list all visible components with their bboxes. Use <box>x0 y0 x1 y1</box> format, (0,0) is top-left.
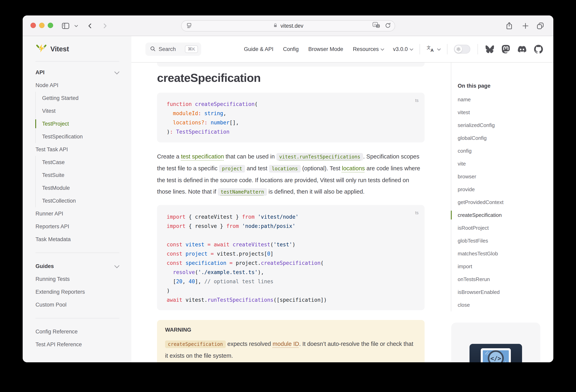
inline-code[interactable]: testNamePattern <box>218 188 267 196</box>
sidebar-toggle-icon[interactable] <box>61 15 70 36</box>
outline-item[interactable]: matchesTestGlob <box>458 247 553 260</box>
warning-callout: WARNING createSpecification expects reso… <box>157 320 425 362</box>
sidebar-item[interactable]: Reporters API <box>35 220 119 233</box>
warning-title: WARNING <box>165 327 417 333</box>
outline-item[interactable]: onTestsRerun <box>458 273 553 286</box>
search-shortcut: ⌘K <box>185 45 198 53</box>
outline-item[interactable]: browser <box>458 170 553 183</box>
sidebar-item[interactable]: TestCollection <box>42 194 119 207</box>
text-run: and test <box>245 165 269 172</box>
outline-item[interactable]: getProvidedContext <box>458 196 553 209</box>
sidebar-nav: APINode APIGetting StartedVitestTestProj… <box>35 61 119 351</box>
sidebar-section-header[interactable]: API <box>35 66 119 79</box>
code-line: resolve('./example.test.ts'), <box>167 268 415 277</box>
text-link[interactable]: module ID <box>273 341 299 347</box>
outline-item[interactable]: isBrowserEnabled <box>458 286 553 299</box>
code-line <box>167 231 415 240</box>
nav-link-config[interactable]: Config <box>283 46 299 52</box>
sidebar-item[interactable]: Extending Reporters <box>35 285 119 298</box>
previous-code-block-edge <box>157 62 425 67</box>
outline-item[interactable]: name <box>458 93 553 106</box>
new-tab-icon[interactable] <box>522 15 529 36</box>
svg-text:</>: </> <box>490 355 501 362</box>
code-line: await vitest.runTestSpecifications([spec… <box>167 295 415 304</box>
bluesky-icon[interactable] <box>485 45 494 53</box>
outline-item[interactable]: globalConfig <box>458 132 553 145</box>
outline-item[interactable]: isRootProject <box>458 221 553 234</box>
inline-code[interactable]: project <box>219 165 245 173</box>
sidebar-item[interactable]: Test Task API <box>35 143 119 156</box>
sidebar-item[interactable]: TestSuite <box>42 169 119 181</box>
outline-item[interactable]: close <box>458 299 553 311</box>
inline-code[interactable]: createSpecification <box>165 340 226 348</box>
sidebar-section-header[interactable]: Guides <box>35 260 119 273</box>
theme-toggle[interactable] <box>454 45 470 54</box>
outline-item[interactable]: globTestFiles <box>458 234 553 247</box>
code-line: import { resolve } from 'node:path/posix… <box>167 221 415 231</box>
sidebar-item[interactable]: Node API <box>35 79 119 92</box>
minimize-button[interactable] <box>39 23 45 28</box>
sidebar-nested-group: Getting StartedVitestTestProjectTestSpec… <box>35 92 119 143</box>
sidebar-divider <box>35 318 119 318</box>
outline-item[interactable]: vite <box>458 157 553 170</box>
sidebar-item[interactable]: Runner API <box>35 207 119 220</box>
nav-link-guide[interactable]: Guide & API <box>244 46 273 52</box>
inline-code[interactable]: locations <box>269 165 301 173</box>
translate-icon: 文 A <box>426 45 435 54</box>
mastodon-icon[interactable] <box>502 45 510 53</box>
share-icon[interactable] <box>505 15 513 36</box>
inline-code[interactable]: vitest.runTestSpecifications <box>276 153 363 161</box>
tab-overview-icon[interactable] <box>536 15 545 36</box>
outline-item[interactable]: import <box>458 260 553 273</box>
svg-text:文: 文 <box>427 45 431 50</box>
code-lang-badge: ts <box>415 96 419 105</box>
language-menu[interactable]: 文 A <box>426 45 440 54</box>
github-icon[interactable] <box>534 45 543 54</box>
sidebar-item[interactable]: TestProject <box>42 117 119 130</box>
sponsor-card[interactable]: </> <box>451 323 540 362</box>
outline-item[interactable]: config <box>458 145 553 157</box>
outline-item[interactable]: vitest <box>458 106 553 119</box>
document: createSpecification ts function createSp… <box>157 62 425 362</box>
forward-icon[interactable] <box>101 15 108 36</box>
sidebar-item[interactable]: Running Tests <box>35 273 119 285</box>
sidebar-item[interactable]: Getting Started <box>42 92 119 105</box>
svg-text:文: 文 <box>377 25 379 28</box>
text-link[interactable]: test specification <box>181 153 224 160</box>
sun-icon <box>455 46 462 53</box>
nav-link-browser-mode[interactable]: Browser Mode <box>308 46 343 52</box>
warning-body: createSpecification expects resolved mod… <box>165 338 417 362</box>
outline-aside: On this page namevitestserializedConfigg… <box>451 62 553 362</box>
outline-item[interactable]: serializedConfig <box>458 119 553 132</box>
text-run: is defined, then it will also be applied… <box>267 188 365 195</box>
address-bar[interactable]: vitest.dev A 文 <box>181 20 395 31</box>
nav-menu-version[interactable]: v3.0.0 <box>393 46 412 52</box>
back-icon[interactable] <box>87 15 94 36</box>
sidebar-item[interactable]: Custom Pool <box>35 298 119 311</box>
outline-item[interactable]: provide <box>458 183 553 196</box>
code-block-example: ts import { createVitest } from 'vitest/… <box>157 205 425 310</box>
nav-menu-resources[interactable]: Resources <box>353 46 383 52</box>
code-line: ): TestSpecification <box>167 127 415 136</box>
code-lang-badge: ts <box>415 208 419 217</box>
sidebar-item[interactable]: TestSpecification <box>42 130 119 143</box>
sidebar-item[interactable]: Test API Reference <box>35 338 119 351</box>
translate-icon[interactable]: A 文 <box>372 22 381 30</box>
search-button[interactable]: Search ⌘K <box>145 43 201 56</box>
sidebar-item[interactable]: TestModule <box>42 181 119 194</box>
sidebar-chevron-icon[interactable] <box>74 15 78 36</box>
text-link[interactable]: locations <box>342 165 365 172</box>
close-button[interactable] <box>30 23 36 28</box>
sidebar-item[interactable]: TestCase <box>42 156 119 169</box>
zoom-button[interactable] <box>48 23 53 28</box>
sidebar-item[interactable]: Task Metadata <box>35 233 119 246</box>
reload-icon[interactable] <box>385 22 391 30</box>
site-logo[interactable]: Vitest <box>35 43 119 55</box>
sidebar-item[interactable]: Vitest <box>42 105 119 117</box>
sidebar-item[interactable]: Config Reference <box>35 325 119 338</box>
chevron-down-icon <box>437 47 441 51</box>
page-title: createSpecification <box>157 71 425 85</box>
outline-item[interactable]: createSpecification <box>458 209 553 221</box>
sidebar-nested-group: TestCaseTestSuiteTestModuleTestCollectio… <box>35 156 119 207</box>
discord-icon[interactable] <box>517 45 527 53</box>
